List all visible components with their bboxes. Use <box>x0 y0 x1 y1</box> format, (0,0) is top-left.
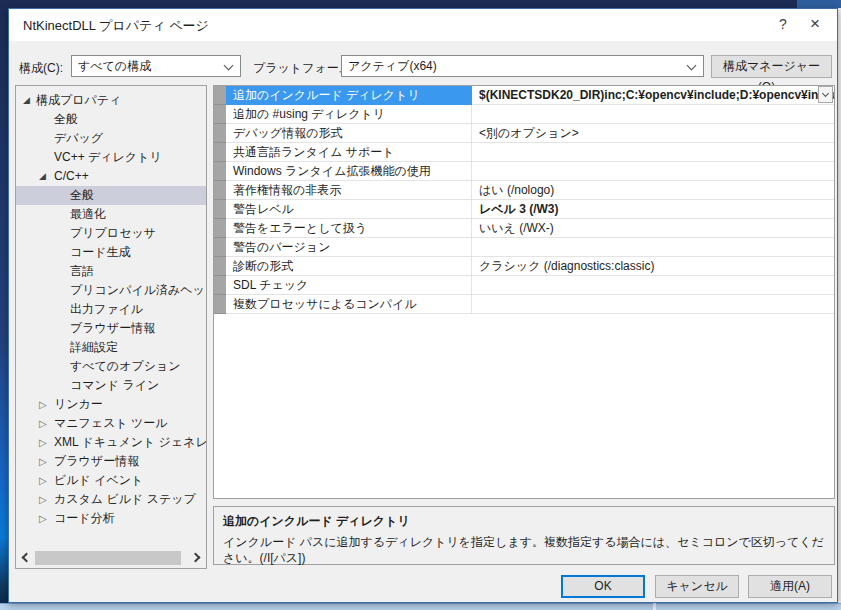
tree-item[interactable]: 全般 <box>16 110 206 129</box>
tree-item[interactable]: 詳細設定 <box>16 338 206 357</box>
property-value[interactable] <box>472 143 834 162</box>
close-icon[interactable]: × <box>805 14 825 34</box>
tree-item[interactable]: プリプロセッサ <box>16 224 206 243</box>
tree-item[interactable]: 出力ファイル <box>16 300 206 319</box>
property-name[interactable]: 警告をエラーとして扱う <box>226 219 472 238</box>
property-name[interactable]: 診断の形式 <box>226 257 472 276</box>
property-value[interactable] <box>472 295 834 314</box>
property-value[interactable] <box>472 162 834 181</box>
tree-item-label: カスタム ビルド ステップ <box>54 490 196 509</box>
grid-row: 警告をエラーとして扱ういいえ (/WX-) <box>214 219 834 238</box>
property-value[interactable]: はい (/nologo) <box>472 181 834 200</box>
grid-row: 著作権情報の非表示はい (/nologo) <box>214 181 834 200</box>
property-name[interactable]: 共通言語ランタイム サポート <box>226 143 472 162</box>
expanded-arrow-icon[interactable]: ◢ <box>23 91 30 110</box>
scroll-left-icon[interactable] <box>22 553 32 563</box>
property-value[interactable]: $(KINECTSDK20_DIR)inc;C:¥opencv¥include;… <box>472 86 834 105</box>
property-value[interactable] <box>472 105 834 124</box>
property-name[interactable]: 追加の #using ディレクトリ <box>226 105 472 124</box>
collapsed-arrow-icon[interactable]: ▷ <box>39 395 47 414</box>
tree-item-label: デバッグ <box>54 129 103 148</box>
value-dropdown-button[interactable] <box>818 86 833 103</box>
row-gutter <box>214 181 226 200</box>
platform-dropdown[interactable]: アクティブ(x64) <box>341 55 704 77</box>
property-value[interactable]: <別のオプション> <box>472 124 834 143</box>
grid-row: SDL チェック <box>214 276 834 295</box>
property-name[interactable]: 警告レベル <box>226 200 472 219</box>
collapsed-arrow-icon[interactable]: ▷ <box>39 471 47 490</box>
collapsed-arrow-icon[interactable]: ▷ <box>39 414 47 433</box>
tree-horizontal-scrollbar[interactable] <box>17 550 205 566</box>
property-category-tree: ◢構成プロパティ全般デバッグVC++ ディレクトリ◢C/C++全般最適化プリプロ… <box>15 85 207 569</box>
ok-button[interactable]: OK <box>561 575 645 598</box>
tree-item-label: プリプロセッサ <box>70 224 156 243</box>
tree-item[interactable]: コード生成 <box>16 243 206 262</box>
row-gutter <box>214 238 226 257</box>
collapsed-arrow-icon[interactable]: ▷ <box>39 509 47 528</box>
vs-window-top-edge <box>0 0 841 8</box>
tree-item[interactable]: ▷カスタム ビルド ステップ <box>16 490 206 509</box>
chevron-down-icon <box>822 90 829 97</box>
row-gutter <box>214 200 226 219</box>
property-name[interactable]: 著作権情報の非表示 <box>226 181 472 200</box>
collapsed-arrow-icon[interactable]: ▷ <box>39 490 47 509</box>
configuration-dropdown[interactable]: すべての構成 <box>71 55 241 77</box>
scroll-right-icon[interactable] <box>191 553 201 563</box>
property-value[interactable]: いいえ (/WX-) <box>472 219 834 238</box>
tree-item[interactable]: ▷ビルド イベント <box>16 471 206 490</box>
property-value[interactable] <box>472 238 834 257</box>
tree-item[interactable]: コマンド ライン <box>16 376 206 395</box>
vs-window-left-edge <box>0 0 8 610</box>
grid-row: 複数プロセッサによるコンパイル <box>214 295 834 314</box>
property-name[interactable]: 追加のインクルード ディレクトリ <box>226 86 472 105</box>
chevron-down-icon <box>687 61 697 71</box>
grid-row: 警告レベルレベル 3 (/W3) <box>214 200 834 219</box>
cancel-button[interactable]: キャンセル <box>655 575 739 598</box>
dialog-titlebar: NtKinectDLL プロパティ ページ ? × <box>9 9 837 41</box>
property-value[interactable]: レベル 3 (/W3) <box>472 200 834 219</box>
tree-item[interactable]: VC++ ディレクトリ <box>16 148 206 167</box>
tree-item[interactable]: ◢C/C++ <box>16 167 206 186</box>
description-title: 追加のインクルード ディレクトリ <box>223 513 825 530</box>
grid-row: Windows ランタイム拡張機能の使用 <box>214 162 834 181</box>
apply-button[interactable]: 適用(A) <box>748 575 832 598</box>
property-value[interactable] <box>472 276 834 295</box>
tree-item[interactable]: プリコンパイル済みヘッダー <box>16 281 206 300</box>
tree-item[interactable]: ブラウザー情報 <box>16 319 206 338</box>
tree-item-label: コード生成 <box>70 243 131 262</box>
tree-item[interactable]: ▷リンカー <box>16 395 206 414</box>
tree-item[interactable]: ▷コード分析 <box>16 509 206 528</box>
property-description-panel: 追加のインクルード ディレクトリ インクルード パスに追加するディレクトリを指定… <box>213 506 835 565</box>
property-pages-dialog: NtKinectDLL プロパティ ページ ? × 構成(C): すべての構成 … <box>8 8 838 603</box>
tree-item-label: 全般 <box>54 110 78 129</box>
collapsed-arrow-icon[interactable]: ▷ <box>39 433 47 452</box>
row-gutter <box>214 124 226 143</box>
tree-item[interactable]: すべてのオプション <box>16 357 206 376</box>
scrollbar-thumb[interactable] <box>35 551 181 565</box>
tree-item[interactable]: 最適化 <box>16 205 206 224</box>
property-name[interactable]: デバッグ情報の形式 <box>226 124 472 143</box>
tree-item[interactable]: ▷XML ドキュメント ジェネレーター <box>16 433 206 452</box>
configuration-manager-button[interactable]: 構成マネージャー(O)... <box>711 55 832 78</box>
property-name[interactable]: Windows ランタイム拡張機能の使用 <box>226 162 472 181</box>
property-name[interactable]: 複数プロセッサによるコンパイル <box>226 295 472 314</box>
help-icon[interactable]: ? <box>773 14 793 34</box>
expanded-arrow-icon[interactable]: ◢ <box>39 167 46 186</box>
tree-item[interactable]: ▷ブラウザー情報 <box>16 452 206 471</box>
grid-row: 警告のバージョン <box>214 238 834 257</box>
tree-item-label: 出力ファイル <box>70 300 143 319</box>
tree-item-label: ブラウザー情報 <box>54 452 139 471</box>
property-name[interactable]: SDL チェック <box>226 276 472 295</box>
tree-item[interactable]: 言語 <box>16 262 206 281</box>
tree-item-label: 言語 <box>70 262 94 281</box>
tree-item[interactable]: ▷マニフェスト ツール <box>16 414 206 433</box>
tree-item-selected[interactable]: 全般 <box>16 186 206 205</box>
property-value[interactable]: クラシック (/diagnostics:classic) <box>472 257 834 276</box>
property-name[interactable]: 警告のバージョン <box>226 238 472 257</box>
configuration-value: すべての構成 <box>78 59 151 73</box>
row-gutter <box>214 143 226 162</box>
tree-item[interactable]: ◢構成プロパティ <box>16 91 206 110</box>
tree-item[interactable]: デバッグ <box>16 129 206 148</box>
collapsed-arrow-icon[interactable]: ▷ <box>39 452 47 471</box>
tree-item-label: コマンド ライン <box>70 376 159 395</box>
